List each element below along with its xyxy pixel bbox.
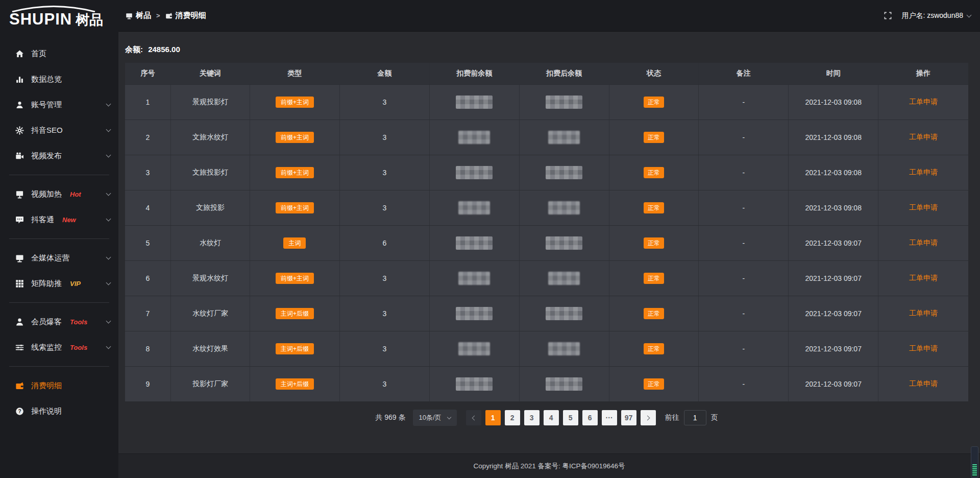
status-cell: 正常 [609, 190, 699, 225]
keyword-text: 投影灯厂家 [192, 379, 228, 389]
type-badge: 前缀+主词 [276, 202, 314, 213]
post-balance-cell [520, 85, 609, 119]
time-value: 2021-12-03 09:08 [805, 204, 862, 212]
work-order-link[interactable]: 工单申请 [909, 274, 938, 283]
fullscreen-icon[interactable] [884, 11, 892, 20]
footer: Copyright 树品 2021 备案号: 粤ICP备09019646号 [118, 453, 980, 478]
table-row: 9投影灯厂家主词+后缀3正常-2021-12-03 09:07工单申请 [125, 366, 968, 401]
sidebar-item-douyin-seo[interactable]: 抖音SEO [0, 117, 118, 143]
sidebar-item-account-manage[interactable]: 账号管理 [0, 92, 118, 117]
column-header-label: 备注 [737, 69, 751, 78]
breadcrumb-separator: > [156, 12, 160, 19]
amount-value: 3 [382, 274, 386, 282]
status-badge: 正常 [644, 378, 664, 390]
question-icon: ? [15, 407, 24, 416]
work-order-link[interactable]: 工单申请 [909, 98, 938, 107]
action-cell: 工单申请 [878, 85, 968, 119]
time-value: 2021-12-03 09:07 [805, 380, 862, 388]
chevron-down-icon [106, 152, 111, 157]
work-order-link[interactable]: 工单申请 [909, 309, 938, 318]
sidebar-item-label: 抖音SEO [31, 126, 63, 135]
next-page-button[interactable] [641, 410, 656, 425]
nav-badge: Tools [70, 344, 87, 351]
work-order-link[interactable]: 工单申请 [909, 203, 938, 212]
amount-value: 3 [382, 309, 386, 318]
table-row: 8水纹灯效果主词+后缀3正常-2021-12-03 09:07工单申请 [125, 331, 968, 366]
sidebar-item-video-publish[interactable]: 视频发布 [0, 143, 118, 169]
masked-pre-balance [458, 131, 490, 144]
work-order-link[interactable]: 工单申请 [909, 133, 938, 142]
page-button-1[interactable]: 1 [485, 410, 501, 425]
sidebar-item-data-overview[interactable]: 数据总览 [0, 66, 118, 92]
content: 余额: 24856.00 序号关键词类型金额扣费前余额扣费后余额状态备注时间操作… [118, 32, 980, 453]
table-row: 4文旅投影前缀+主词3正常-2021-12-03 09:08工单申请 [125, 190, 968, 225]
amount-cell: 3 [340, 120, 430, 155]
keyword-text: 景观水纹灯 [192, 274, 228, 283]
note-cell: - [699, 331, 789, 366]
keyword-text: 水纹灯厂家 [192, 309, 228, 318]
page-button-97[interactable]: 97 [621, 410, 636, 425]
prev-page-button[interactable] [466, 410, 481, 425]
table-row: 1景观投影灯前缀+主词3正常-2021-12-03 09:08工单申请 [125, 84, 968, 119]
page-button-5[interactable]: 5 [563, 410, 578, 425]
sidebar-item-label: 全媒体运营 [31, 253, 69, 263]
page-button-3[interactable]: 3 [524, 410, 540, 425]
sidebar-item-douketong[interactable]: 抖客通New [0, 207, 118, 232]
work-order-link[interactable]: 工单申请 [909, 238, 938, 248]
sidebar-item-home[interactable]: 首页 [0, 41, 118, 66]
sidebar-item-media-operation[interactable]: 全媒体运营 [0, 245, 118, 271]
keyword-text: 水纹灯效果 [192, 344, 228, 353]
type-cell: 主词 [250, 226, 340, 260]
nav-divider [9, 302, 109, 303]
page-button-4[interactable]: 4 [544, 410, 559, 425]
type-badge: 主词+后缀 [276, 308, 314, 319]
amount-value: 3 [382, 169, 386, 177]
nav-badge: Tools [70, 318, 87, 326]
page-button-2[interactable]: 2 [505, 410, 520, 425]
amount-cell: 3 [340, 190, 430, 225]
column-header-label: 扣费前余额 [456, 69, 492, 78]
sidebar-item-consumption-detail[interactable]: 消费明细 [0, 373, 118, 398]
work-order-link[interactable]: 工单申请 [909, 168, 938, 177]
goto-label: 前往 [665, 413, 679, 422]
user-menu[interactable]: 用户名: zswodun88 [901, 11, 971, 20]
breadcrumb-item-app[interactable]: 树品 [126, 11, 151, 20]
column-header: 时间 [789, 63, 878, 84]
nav-badge: New [62, 216, 76, 224]
svg-text:?: ? [18, 408, 21, 414]
type-badge: 主词 [283, 237, 306, 249]
sidebar-item-matrix-boost[interactable]: 矩阵助推VIP [0, 271, 118, 296]
sidebar-item-label: 首页 [31, 49, 46, 59]
row-index: 8 [146, 345, 150, 353]
scroll-widget[interactable] [971, 446, 978, 478]
goto-page-input[interactable] [684, 410, 706, 425]
type-cell: 前缀+主词 [250, 261, 340, 296]
scroll-widget-stripes [972, 464, 977, 476]
keyword-cell: 景观水纹灯 [171, 261, 250, 296]
page-button-6[interactable]: 6 [582, 410, 598, 425]
goto-suffix: 页 [711, 413, 718, 422]
status-cell: 正常 [609, 120, 699, 155]
sidebar-item-instructions[interactable]: ?操作说明 [0, 398, 118, 424]
page-size-select[interactable]: 10条/页 [413, 410, 457, 426]
sidebar-item-label: 抖客通 [31, 215, 54, 225]
sidebar-nav: 首页数据总览账号管理抖音SEO视频发布视频加热Hot抖客通New全媒体运营矩阵助… [0, 34, 118, 424]
brand-logo: SHUPIN 树品 [0, 0, 118, 34]
pre-balance-cell [430, 226, 520, 260]
work-order-link[interactable]: 工单申请 [909, 344, 938, 353]
username-label: 用户名: zswodun88 [901, 11, 963, 20]
breadcrumb-item-page[interactable]: 消费明细 [165, 11, 206, 20]
masked-post-balance [546, 236, 582, 250]
sidebar-item-video-heat[interactable]: 视频加热Hot [0, 181, 118, 207]
status-badge: 正常 [644, 167, 664, 178]
sidebar-item-clue-monitor[interactable]: 线索监控Tools [0, 334, 118, 360]
grid-icon [15, 279, 24, 288]
amount-cell: 3 [340, 155, 430, 190]
note-value: - [742, 204, 745, 212]
work-order-link[interactable]: 工单申请 [909, 379, 938, 389]
page-ellipsis-button[interactable]: ··· [602, 410, 617, 425]
sidebar-item-member-burst[interactable]: 会员爆客Tools [0, 309, 118, 334]
user-icon [15, 101, 24, 109]
sidebar: SHUPIN 树品 首页数据总览账号管理抖音SEO视频发布视频加热Hot抖客通N… [0, 0, 118, 478]
total-count-label: 共 969 条 [375, 413, 405, 422]
